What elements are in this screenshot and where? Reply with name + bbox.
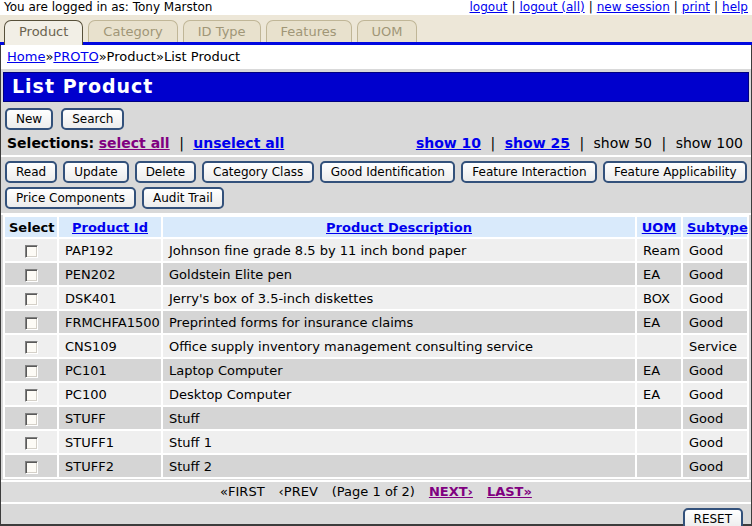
logout-link[interactable]: logout: [470, 0, 508, 14]
uom-cell: [637, 431, 681, 453]
product-id-cell: PC100: [59, 383, 161, 405]
row-checkbox[interactable]: [25, 437, 38, 450]
product-description-cell: Stuff 2: [163, 455, 635, 477]
select-cell: [5, 263, 57, 285]
action-button-panel: Read Update Delete Category Class Good I…: [1, 155, 751, 215]
select-cell: [5, 335, 57, 357]
unselect-all-link[interactable]: unselect all: [193, 135, 284, 151]
table-row: FRMCHFA1500 Preprinted forms for insuran…: [5, 311, 747, 333]
good-identification-button[interactable]: Good Identification: [320, 161, 456, 183]
breadcrumb: Home»PROTO»Product»List Product: [1, 45, 751, 69]
session-links: logout|logout (all)|new session|print|he…: [470, 0, 749, 14]
action-row-1: Read Update Delete Category Class Good I…: [3, 159, 749, 185]
pagination-first: «FIRST: [220, 484, 265, 499]
subtype-cell: Good: [683, 359, 747, 381]
tab-id-type[interactable]: ID Type: [183, 20, 261, 42]
table-body: PAP192 Johnson fine grade 8.5 by 11 inch…: [5, 239, 747, 477]
link-separator: |: [714, 0, 718, 14]
row-checkbox[interactable]: [25, 341, 38, 354]
table-row: CNS109 Office supply inventory managemen…: [5, 335, 747, 357]
new-button[interactable]: New: [5, 108, 53, 130]
subtype-cell: Good: [683, 383, 747, 405]
tab-product[interactable]: Product: [4, 20, 83, 45]
show-25-link[interactable]: show 25: [505, 135, 570, 151]
product-id-cell: PAP192: [59, 239, 161, 261]
reset-button[interactable]: RESET: [683, 508, 743, 526]
table-row: PEN202 Goldstein Elite pen EA Good: [5, 263, 747, 285]
link-separator: |: [589, 0, 593, 14]
selections-row: Selections: select all | unselect all sh…: [1, 133, 751, 155]
subtype-cell: Good: [683, 455, 747, 477]
row-checkbox[interactable]: [25, 317, 38, 330]
product-description-cell: Johnson fine grade 8.5 by 11 inch bond p…: [163, 239, 635, 261]
row-checkbox[interactable]: [25, 413, 38, 426]
uom-cell: EA: [637, 383, 681, 405]
breadcrumb-home-link[interactable]: Home: [7, 49, 45, 64]
tab-features[interactable]: Features: [266, 20, 352, 42]
breadcrumb-product: Product: [107, 49, 156, 64]
product-description-cell: Stuff: [163, 407, 635, 429]
new-session-link[interactable]: new session: [597, 0, 670, 14]
uom-cell: [637, 455, 681, 477]
column-header-product-id[interactable]: Product Id: [59, 217, 161, 237]
table-row: DSK401 Jerry's box of 3.5-inch diskettes…: [5, 287, 747, 309]
selections-label: Selections:: [7, 135, 94, 151]
subtype-cell: Good: [683, 263, 747, 285]
select-cell: [5, 239, 57, 261]
help-link[interactable]: help: [722, 0, 748, 14]
select-cell: [5, 455, 57, 477]
product-id-cell: DSK401: [59, 287, 161, 309]
subtype-cell: Service: [683, 335, 747, 357]
column-header-description[interactable]: Product Description: [163, 217, 635, 237]
category-class-button[interactable]: Category Class: [202, 161, 314, 183]
uom-cell: [637, 407, 681, 429]
price-components-button[interactable]: Price Components: [5, 187, 136, 209]
breadcrumb-separator: »: [156, 49, 164, 64]
action-row-2: Price Components Audit Trail: [3, 185, 749, 211]
row-checkbox[interactable]: [25, 245, 38, 258]
link-separator: |: [511, 0, 515, 14]
logged-in-text: You are logged in as: Tony Marston: [4, 0, 212, 14]
table-row: STUFF1 Stuff 1 Good: [5, 431, 747, 453]
read-button[interactable]: Read: [5, 161, 57, 183]
feature-applicability-button[interactable]: Feature Applicability: [603, 161, 747, 183]
search-button[interactable]: Search: [61, 108, 124, 130]
product-id-cell: STUFF: [59, 407, 161, 429]
row-checkbox[interactable]: [25, 389, 38, 402]
pagination-last-link[interactable]: LAST»: [487, 484, 532, 499]
table-row: STUFF2 Stuff 2 Good: [5, 455, 747, 477]
pagination-next-link[interactable]: NEXT›: [429, 484, 473, 499]
audit-trail-button[interactable]: Audit Trail: [142, 187, 224, 209]
breadcrumb-proto-link[interactable]: PROTO: [53, 49, 98, 64]
product-description-cell: Desktop Computer: [163, 383, 635, 405]
logout-all-link[interactable]: logout (all): [520, 0, 585, 14]
product-id-cell: CNS109: [59, 335, 161, 357]
product-id-cell: PEN202: [59, 263, 161, 285]
print-link[interactable]: print: [682, 0, 710, 14]
row-checkbox[interactable]: [25, 365, 38, 378]
pagination-prev: ‹PREV: [279, 484, 318, 499]
delete-button[interactable]: Delete: [135, 161, 196, 183]
pagination-page-info: (Page 1 of 2): [332, 484, 415, 499]
select-all-link[interactable]: select all: [99, 135, 170, 151]
table-row: STUFF Stuff Good: [5, 407, 747, 429]
row-checkbox[interactable]: [25, 461, 38, 474]
row-checkbox[interactable]: [25, 293, 38, 306]
table-row: PC101 Laptop Computer EA Good: [5, 359, 747, 381]
row-checkbox[interactable]: [25, 269, 38, 282]
product-description-cell: Preprinted forms for insurance claims: [163, 311, 635, 333]
feature-interaction-button[interactable]: Feature Interaction: [461, 161, 597, 183]
tab-category[interactable]: Category: [88, 20, 177, 42]
link-separator: |: [674, 0, 678, 14]
select-cell: [5, 383, 57, 405]
tab-uom[interactable]: UOM: [357, 20, 418, 42]
show-10-link[interactable]: show 10: [416, 135, 481, 151]
select-cell: [5, 407, 57, 429]
column-header-subtype[interactable]: Subtype: [683, 217, 747, 237]
update-button[interactable]: Update: [63, 161, 128, 183]
column-header-uom[interactable]: UOM: [637, 217, 681, 237]
tab-strip: Product Category ID Type Features UOM: [0, 15, 752, 42]
subtype-cell: Good: [683, 287, 747, 309]
uom-cell: Ream: [637, 239, 681, 261]
select-cell: [5, 359, 57, 381]
